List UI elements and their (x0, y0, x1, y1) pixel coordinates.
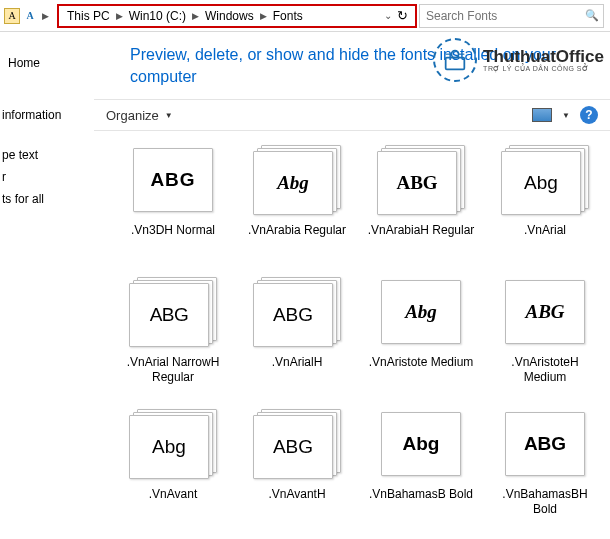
sidebar-item[interactable]: pe text (0, 144, 94, 166)
search-input[interactable] (420, 9, 603, 23)
sidebar: Home information pe text r ts for all (0, 32, 94, 539)
font-thumbnail: ABG (253, 409, 341, 479)
breadcrumb[interactable]: This PC ▶ Win10 (C:) ▶ Windows ▶ Fonts ⌄… (57, 4, 417, 28)
history-dropdown-icon[interactable]: ⌄ (382, 10, 394, 21)
crumb-fonts[interactable]: Fonts (269, 9, 307, 23)
sidebar-home[interactable]: Home (0, 52, 94, 74)
font-name-label: .VnArial (524, 223, 566, 238)
font-name-label: .VnArial NarrowH Regular (118, 355, 228, 385)
font-item[interactable]: ABG.VnArial NarrowH Regular (112, 277, 234, 407)
font-thumbnail: Abg (129, 409, 217, 479)
font-thumbnail: ABG (129, 145, 217, 215)
chevron-right-icon: ▶ (190, 11, 201, 21)
font-item[interactable]: Abg.VnArial (484, 145, 606, 275)
sidebar-item[interactable]: r (0, 166, 94, 188)
organize-button[interactable]: Organize ▼ (106, 108, 173, 123)
font-thumbnail: Abg (377, 409, 465, 479)
font-item[interactable]: ABG.VnAristoteH Medium (484, 277, 606, 407)
page-title: Preview, delete, or show and hide the fo… (94, 32, 610, 99)
font-thumbnail: Abg (501, 145, 589, 215)
search-box[interactable]: 🔍 (419, 4, 604, 28)
font-name-label: .VnArabia Regular (248, 223, 346, 238)
font-item[interactable]: Abg.VnAvant (112, 409, 234, 539)
chevron-right-icon[interactable]: ▶ (40, 11, 51, 21)
fonts-app-icon: A (22, 8, 38, 24)
font-item[interactable]: ABG.Vn3DH Normal (112, 145, 234, 275)
font-thumbnail: Abg (253, 145, 341, 215)
font-item[interactable]: ABG.VnArialH (236, 277, 358, 407)
help-icon[interactable]: ? (580, 106, 598, 124)
font-item[interactable]: Abg.VnBahamasB Bold (360, 409, 482, 539)
crumb-drive[interactable]: Win10 (C:) (125, 9, 190, 23)
view-dropdown-icon[interactable]: ▼ (562, 111, 570, 120)
font-name-label: .VnAvantH (268, 487, 325, 502)
font-item[interactable]: Abg.VnArabia Regular (236, 145, 358, 275)
font-name-label: .VnBahamasBH Bold (490, 487, 600, 517)
font-name-label: .VnAristoteH Medium (490, 355, 600, 385)
search-icon[interactable]: 🔍 (585, 9, 599, 22)
font-thumbnail: ABG (129, 277, 217, 347)
font-item[interactable]: ABG.VnArabiaH Regular (360, 145, 482, 275)
organize-label: Organize (106, 108, 159, 123)
font-thumbnail: ABG (253, 277, 341, 347)
view-icon[interactable] (532, 108, 552, 122)
chevron-right-icon: ▶ (114, 11, 125, 21)
font-name-label: .VnAristote Medium (369, 355, 474, 370)
toolbar: Organize ▼ ▼ ? (94, 99, 610, 131)
fonts-folder-icon: A (4, 8, 20, 24)
font-item[interactable]: Abg.VnAristote Medium (360, 277, 482, 407)
font-thumbnail: ABG (377, 145, 465, 215)
font-name-label: .VnArabiaH Regular (368, 223, 475, 238)
chevron-right-icon: ▶ (258, 11, 269, 21)
crumb-this-pc[interactable]: This PC (63, 9, 114, 23)
font-thumbnail: ABG (501, 277, 589, 347)
font-name-label: .Vn3DH Normal (131, 223, 215, 238)
font-item[interactable]: ABG.VnAvantH (236, 409, 358, 539)
font-grid: ABG.Vn3DH NormalAbg.VnArabia RegularABG.… (94, 131, 610, 539)
font-name-label: .VnArialH (272, 355, 323, 370)
crumb-windows[interactable]: Windows (201, 9, 258, 23)
font-thumbnail: Abg (377, 277, 465, 347)
address-bar: A A ▶ This PC ▶ Win10 (C:) ▶ Windows ▶ F… (0, 0, 610, 32)
sidebar-item[interactable]: information (0, 104, 94, 126)
refresh-icon[interactable]: ↻ (394, 8, 411, 23)
font-name-label: .VnBahamasB Bold (369, 487, 473, 502)
font-item[interactable]: ABG.VnBahamasBH Bold (484, 409, 606, 539)
content-pane: Preview, delete, or show and hide the fo… (94, 32, 610, 539)
font-thumbnail: ABG (501, 409, 589, 479)
caret-down-icon: ▼ (165, 111, 173, 120)
font-name-label: .VnAvant (149, 487, 197, 502)
sidebar-item[interactable]: ts for all (0, 188, 94, 210)
